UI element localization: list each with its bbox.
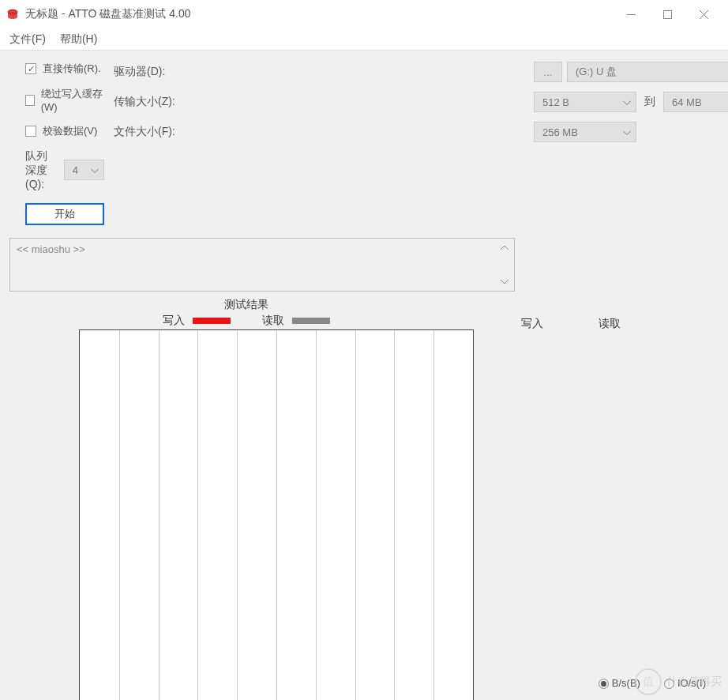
chart-column: 测试结果 写入 读取 0102030405060708090100 传输速率 -… [9, 298, 483, 700]
transfer-from-select[interactable]: 512 B [534, 92, 636, 112]
chevron-down-icon [623, 96, 631, 108]
grid-line [119, 330, 120, 700]
legend-write: 写入 [163, 314, 231, 328]
to-label: 到 [644, 95, 655, 109]
read-swatch [292, 318, 330, 324]
titlebar: 无标题 - ATTO 磁盘基准测试 4.00 [0, 0, 728, 28]
chart-title: 测试结果 [9, 298, 483, 312]
description-text: << miaoshu >> [17, 243, 85, 255]
chevron-down-icon [623, 126, 631, 138]
direct-io-label: 直接传输(R). [43, 62, 101, 76]
transfer-from-value: 512 B [542, 96, 569, 108]
transfer-size-label: 传输大小(Z): [114, 95, 524, 109]
drive-select[interactable]: (G:) U 盘 [567, 62, 728, 82]
scroll-up-button[interactable] [497, 240, 512, 254]
maximize-button[interactable] [649, 2, 685, 26]
radio-bs[interactable]: B/s(B) [599, 677, 640, 689]
data-column: 写入 读取 [497, 298, 719, 700]
watermark-text: 什么值得买 [666, 675, 722, 689]
data-header-write: 写入 [521, 317, 543, 331]
drive-label: 驱动器(D): [114, 65, 524, 79]
grid-line [276, 330, 277, 700]
chevron-down-icon [91, 164, 99, 176]
data-header-read: 读取 [599, 317, 621, 331]
window-title: 无标题 - ATTO 磁盘基准测试 4.00 [25, 7, 613, 21]
file-size-label: 文件大小(F): [114, 125, 524, 139]
grid-line [394, 330, 395, 700]
queue-depth-value: 4 [73, 164, 78, 176]
grid-line [433, 330, 434, 700]
close-button[interactable] [685, 2, 722, 26]
scroll-down-button[interactable] [497, 275, 512, 289]
verify-data-checkbox[interactable] [25, 126, 36, 137]
grid-line [355, 330, 356, 700]
watermark: 值 什么值得买 [635, 668, 722, 695]
file-size-select[interactable]: 256 MB [534, 122, 636, 142]
drive-browse-button[interactable]: ... [534, 62, 562, 82]
verify-data-label: 校验数据(V) [43, 124, 97, 138]
client-area: 驱动器(D): ... (G:) U 盘 直接传输(R). 绕过写入缓存(W) … [0, 51, 728, 700]
radio-icon [599, 679, 609, 689]
direct-io-checkbox[interactable] [25, 63, 36, 74]
transfer-to-select[interactable]: 64 MB [663, 92, 728, 112]
description-box: << miaoshu >> [9, 238, 515, 292]
svg-rect-3 [663, 10, 671, 18]
drive-select-value: (G:) U 盘 [576, 65, 617, 79]
watermark-badge: 值 [635, 668, 662, 695]
legend-read: 读取 [262, 314, 330, 328]
grid-line [316, 330, 317, 700]
menu-help[interactable]: 帮助(H) [57, 31, 105, 48]
window-controls [613, 2, 722, 26]
chart-plot-area [79, 329, 474, 700]
legend-read-label: 读取 [262, 314, 284, 328]
chart-legend: 写入 读取 [9, 314, 483, 328]
file-size-value: 256 MB [542, 126, 578, 138]
menu-file[interactable]: 文件(F) [6, 31, 54, 48]
transfer-to-value: 64 MB [672, 96, 702, 108]
queue-depth-select[interactable]: 4 [64, 160, 104, 180]
grid-line [159, 330, 159, 700]
grid-line [197, 330, 198, 700]
grid-line [237, 330, 238, 700]
bypass-cache-checkbox[interactable] [25, 95, 35, 106]
app-icon [6, 8, 19, 21]
write-swatch [193, 318, 231, 324]
start-button[interactable]: 开始 [25, 203, 104, 225]
legend-write-label: 写入 [163, 314, 185, 328]
bypass-cache-label: 绕过写入缓存(W) [41, 87, 104, 113]
results-area: 测试结果 写入 读取 0102030405060708090100 传输速率 -… [9, 298, 719, 700]
queue-depth-label: 队列深度(Q): [25, 149, 50, 190]
menubar: 文件(F) 帮助(H) [0, 28, 728, 51]
minimize-button[interactable] [613, 2, 649, 26]
